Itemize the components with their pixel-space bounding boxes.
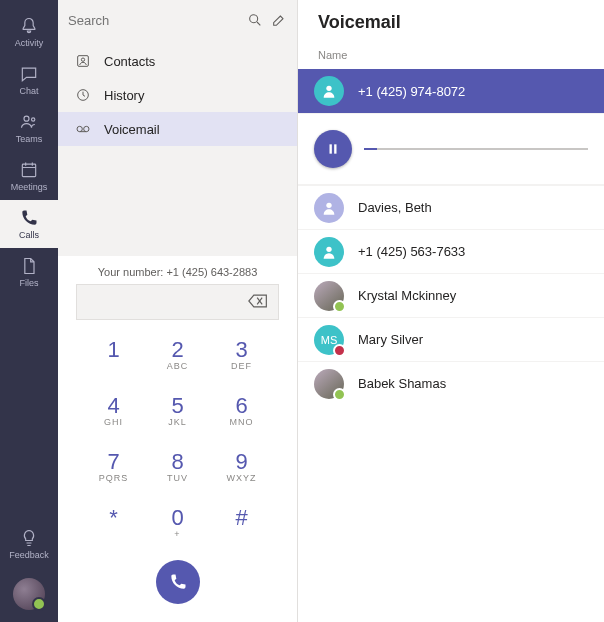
key-8[interactable]: 8TUV bbox=[146, 438, 210, 494]
rail-feedback-label: Feedback bbox=[9, 550, 49, 560]
backspace-icon[interactable] bbox=[248, 294, 268, 311]
pause-icon bbox=[326, 142, 340, 156]
voicemail-row[interactable]: Davies, Beth bbox=[298, 185, 604, 229]
caller-avatar bbox=[314, 193, 344, 223]
key-digit: # bbox=[235, 505, 247, 531]
rail-files[interactable]: Files bbox=[0, 248, 58, 296]
search-input[interactable] bbox=[68, 13, 239, 28]
playback-track[interactable] bbox=[364, 148, 588, 150]
rail-calls-label: Calls bbox=[19, 230, 39, 240]
key-letters: DEF bbox=[231, 361, 252, 371]
rail-teams[interactable]: Teams bbox=[0, 104, 58, 152]
key-#[interactable]: # bbox=[210, 494, 274, 550]
search-row bbox=[58, 0, 297, 40]
pause-button[interactable] bbox=[314, 130, 352, 168]
chat-icon bbox=[19, 64, 39, 84]
svg-point-13 bbox=[326, 246, 331, 251]
voicemail-icon bbox=[74, 121, 92, 137]
key-letters: + bbox=[174, 529, 180, 539]
rail-activity[interactable]: Activity bbox=[0, 8, 58, 56]
svg-point-9 bbox=[326, 86, 331, 91]
key-letters: GHI bbox=[104, 417, 123, 427]
svg-rect-10 bbox=[330, 144, 332, 153]
rail-teams-label: Teams bbox=[16, 134, 43, 144]
key-letters: PQRS bbox=[99, 473, 129, 483]
nav-voicemail[interactable]: Voicemail bbox=[58, 112, 297, 146]
voicemail-row[interactable]: +1 (425) 563-7633 bbox=[298, 229, 604, 273]
caller-name: Davies, Beth bbox=[358, 200, 432, 215]
compose-icon[interactable] bbox=[271, 12, 287, 28]
nav-voicemail-label: Voicemail bbox=[104, 122, 160, 137]
contacts-icon bbox=[74, 53, 92, 69]
key-2[interactable]: 2ABC bbox=[146, 326, 210, 382]
key-digit: 0 bbox=[171, 505, 183, 531]
key-digit: 3 bbox=[235, 337, 247, 363]
voicemail-row[interactable]: +1 (425) 974-8072 bbox=[298, 69, 604, 113]
caller-name: Mary Silver bbox=[358, 332, 423, 347]
caller-name: Krystal Mckinney bbox=[358, 288, 456, 303]
rail-activity-label: Activity bbox=[15, 38, 44, 48]
rail-feedback[interactable]: Feedback bbox=[0, 520, 58, 568]
caller-name: +1 (425) 974-8072 bbox=[358, 84, 465, 99]
teams-icon bbox=[19, 112, 39, 132]
calendar-icon bbox=[19, 160, 39, 180]
call-button[interactable] bbox=[156, 560, 200, 604]
voicemail-title: Voicemail bbox=[298, 0, 604, 49]
key-1[interactable]: 1 bbox=[82, 326, 146, 382]
phone-icon bbox=[19, 208, 39, 228]
number-display[interactable] bbox=[76, 284, 279, 320]
voicemail-list: +1 (425) 974-8072 Davies, Beth+1 (425) 5… bbox=[298, 69, 604, 405]
search-icon[interactable] bbox=[247, 12, 263, 28]
key-digit: 9 bbox=[235, 449, 247, 475]
history-icon bbox=[74, 87, 92, 103]
app-rail: Activity Chat Teams Meetings Calls Files… bbox=[0, 0, 58, 622]
voicemail-row[interactable]: Krystal Mckinney bbox=[298, 273, 604, 317]
key-4[interactable]: 4GHI bbox=[82, 382, 146, 438]
key-*[interactable]: * bbox=[82, 494, 146, 550]
key-digit: * bbox=[109, 505, 118, 531]
svg-point-1 bbox=[32, 118, 35, 121]
me-avatar[interactable] bbox=[13, 578, 45, 610]
caller-name: +1 (425) 563-7633 bbox=[358, 244, 465, 259]
voicemail-row[interactable]: Babek Shamas bbox=[298, 361, 604, 405]
svg-point-0 bbox=[24, 116, 29, 121]
svg-point-3 bbox=[250, 15, 258, 23]
nav-history[interactable]: History bbox=[58, 78, 297, 112]
caller-avatar: MS bbox=[314, 325, 344, 355]
key-6[interactable]: 6MNO bbox=[210, 382, 274, 438]
caller-name: Babek Shamas bbox=[358, 376, 446, 391]
voicemail-row[interactable]: MSMary Silver bbox=[298, 317, 604, 361]
your-number-label: Your number: +1 (425) 643-2883 bbox=[98, 266, 258, 278]
caller-avatar bbox=[314, 76, 344, 106]
nav-contacts-label: Contacts bbox=[104, 54, 155, 69]
key-letters: MNO bbox=[230, 417, 254, 427]
rail-files-label: Files bbox=[19, 278, 38, 288]
voicemail-player bbox=[298, 113, 604, 185]
key-letters: JKL bbox=[168, 417, 187, 427]
rail-meetings[interactable]: Meetings bbox=[0, 152, 58, 200]
key-letters: ABC bbox=[167, 361, 189, 371]
voicemail-column-name: Name bbox=[298, 49, 604, 69]
key-0[interactable]: 0+ bbox=[146, 494, 210, 550]
nav-contacts[interactable]: Contacts bbox=[58, 44, 297, 78]
key-5[interactable]: 5JKL bbox=[146, 382, 210, 438]
svg-rect-2 bbox=[22, 164, 35, 177]
key-digit: 5 bbox=[171, 393, 183, 419]
key-letters: TUV bbox=[167, 473, 188, 483]
rail-chat[interactable]: Chat bbox=[0, 56, 58, 104]
key-3[interactable]: 3DEF bbox=[210, 326, 274, 382]
nav-history-label: History bbox=[104, 88, 144, 103]
key-digit: 6 bbox=[235, 393, 247, 419]
key-7[interactable]: 7PQRS bbox=[82, 438, 146, 494]
key-digit: 2 bbox=[171, 337, 183, 363]
key-9[interactable]: 9WXYZ bbox=[210, 438, 274, 494]
calls-panel: Contacts History Voicemail Your number: … bbox=[58, 0, 298, 622]
voicemail-panel: Voicemail Name +1 (425) 974-8072 Davies,… bbox=[298, 0, 604, 622]
key-digit: 7 bbox=[107, 449, 119, 475]
bell-icon bbox=[19, 16, 39, 36]
svg-rect-11 bbox=[334, 144, 336, 153]
rail-calls[interactable]: Calls bbox=[0, 200, 58, 248]
svg-point-8 bbox=[84, 126, 89, 131]
key-letters: WXYZ bbox=[227, 473, 257, 483]
caller-avatar bbox=[314, 237, 344, 267]
